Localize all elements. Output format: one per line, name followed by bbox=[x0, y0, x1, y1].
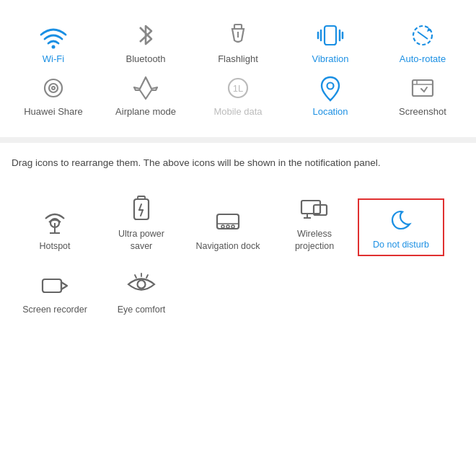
location-item[interactable]: Location bbox=[291, 74, 370, 117]
quick-settings-row-2: Huawei Share Airplane mode 1L Mobile dat… bbox=[0, 67, 476, 120]
svg-rect-23 bbox=[138, 196, 145, 199]
svg-point-38 bbox=[138, 280, 146, 288]
svg-line-24 bbox=[139, 204, 141, 210]
svg-marker-37 bbox=[61, 282, 67, 289]
wirelessprojection-label: Wireless projection bbox=[295, 228, 334, 252]
hotspot-label: Hotspot bbox=[39, 240, 70, 252]
wirelessprojection-icon bbox=[298, 193, 331, 224]
svg-line-41 bbox=[146, 275, 148, 278]
huaweishare-icon bbox=[38, 74, 69, 102]
svg-line-9 bbox=[418, 32, 428, 39]
airplanemode-icon bbox=[130, 74, 162, 102]
eyecomfort-icon bbox=[125, 269, 158, 299]
airplanemode-item[interactable]: Airplane mode bbox=[106, 74, 185, 117]
autorotate-label: Auto-rotate bbox=[400, 53, 446, 64]
svg-rect-3 bbox=[325, 26, 336, 45]
screenrecorder-icon bbox=[38, 269, 71, 299]
vibration-label: Vibration bbox=[312, 53, 348, 64]
ultrapowersaver-icon bbox=[125, 193, 158, 224]
bluetooth-icon bbox=[130, 22, 162, 49]
section-divider bbox=[0, 137, 476, 143]
svg-rect-32 bbox=[301, 201, 320, 214]
screenshot-label: Screenshot bbox=[399, 106, 446, 117]
screenrecorder-item[interactable]: Screen recorder bbox=[12, 265, 98, 320]
wifi-label: Wi-Fi bbox=[43, 53, 64, 64]
flashlight-label: Flashlight bbox=[218, 53, 258, 64]
eyecomfort-label: Eye comfort bbox=[118, 304, 166, 315]
ultrapowersaver-label: Ultra power saver bbox=[118, 228, 164, 252]
top-section: Wi-Fi Bluetooth Flashlight bbox=[0, 0, 476, 127]
svg-point-29 bbox=[221, 225, 224, 228]
vibration-item[interactable]: Vibration bbox=[291, 22, 370, 64]
drag-hint-text: Drag icons to rearrange them. The above … bbox=[12, 156, 464, 170]
vibration-icon bbox=[314, 22, 346, 49]
svg-text:1L: 1L bbox=[233, 83, 243, 94]
svg-point-15 bbox=[327, 83, 334, 89]
wifi-icon bbox=[38, 22, 69, 49]
navigationdock-item[interactable]: Navigation dock bbox=[185, 201, 271, 256]
bluetooth-item[interactable]: Bluetooth bbox=[106, 22, 185, 64]
location-icon bbox=[314, 74, 346, 102]
autorotate-item[interactable]: Auto-rotate bbox=[383, 22, 462, 64]
wifi-item[interactable]: Wi-Fi bbox=[14, 22, 93, 64]
huaweishare-item[interactable]: Huawei Share bbox=[14, 74, 93, 117]
extra-icons-row-1: Hotspot Ultra power saver Navigation d bbox=[12, 185, 464, 261]
screenrecorder-label: Screen recorder bbox=[22, 304, 87, 315]
quick-settings-row-1: Wi-Fi Bluetooth Flashlight bbox=[0, 14, 476, 67]
wirelessprojection-item[interactable]: Wireless projection bbox=[271, 189, 358, 256]
svg-line-26 bbox=[141, 210, 143, 216]
svg-rect-16 bbox=[413, 80, 433, 96]
svg-rect-27 bbox=[217, 214, 239, 229]
donotdisturb-label: Do not disturb bbox=[373, 239, 429, 250]
svg-point-12 bbox=[52, 87, 55, 89]
svg-point-31 bbox=[232, 225, 234, 228]
autorotate-icon bbox=[407, 22, 438, 49]
navigationdock-label: Navigation dock bbox=[196, 240, 260, 252]
flashlight-icon bbox=[222, 22, 254, 49]
svg-rect-36 bbox=[43, 279, 61, 292]
location-label: Location bbox=[312, 106, 348, 117]
extra-icons-row-2: Screen recorder Eye comfort bbox=[12, 261, 464, 324]
screenshot-icon bbox=[407, 74, 438, 102]
donotdisturb-icon bbox=[384, 204, 418, 235]
eyecomfort-item[interactable]: Eye comfort bbox=[98, 265, 185, 320]
flashlight-item[interactable]: Flashlight bbox=[198, 22, 278, 64]
svg-point-0 bbox=[52, 45, 56, 49]
screenshot-item[interactable]: Screenshot bbox=[383, 74, 462, 117]
bottom-section: Drag icons to rearrange them. The above … bbox=[0, 143, 476, 331]
hotspot-item[interactable]: Hotspot bbox=[12, 201, 98, 256]
mobiledata-item[interactable]: 1L Mobile data bbox=[198, 74, 278, 117]
hotspot-icon bbox=[38, 206, 71, 236]
svg-point-11 bbox=[49, 84, 58, 92]
huaweishare-label: Huawei Share bbox=[24, 106, 83, 117]
airplanemode-label: Airplane mode bbox=[115, 106, 176, 117]
navigationdock-icon bbox=[211, 206, 244, 236]
svg-line-39 bbox=[135, 275, 136, 278]
mobiledata-icon: 1L bbox=[222, 74, 254, 102]
donotdisturb-item[interactable]: Do not disturb bbox=[358, 198, 444, 256]
ultrapowersaver-item[interactable]: Ultra power saver bbox=[98, 189, 185, 256]
svg-point-10 bbox=[45, 79, 62, 97]
bluetooth-label: Bluetooth bbox=[126, 53, 166, 64]
svg-point-30 bbox=[226, 225, 229, 228]
mobiledata-label: Mobile data bbox=[213, 106, 262, 117]
